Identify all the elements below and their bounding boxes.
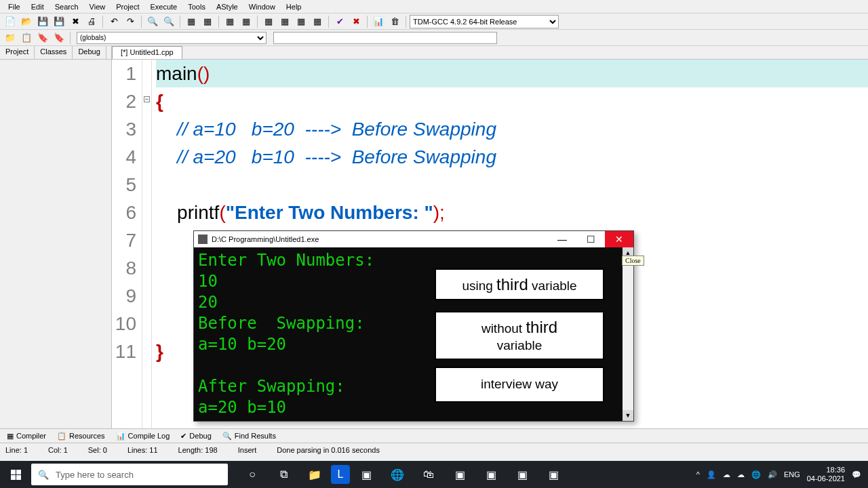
- maximize-button[interactable]: ☐: [576, 231, 605, 247]
- close-button[interactable]: ✕: [605, 231, 633, 247]
- delete-profile-icon[interactable]: 🗑: [387, 15, 402, 28]
- gutter: 1 2 3 4 5 6 7 8 9 10 11: [112, 60, 142, 428]
- tab-find-results[interactable]: 🔍 Find Results: [218, 432, 280, 441]
- volume-icon[interactable]: 🔊: [768, 470, 777, 479]
- debug-icon[interactable]: ▦: [239, 15, 254, 28]
- separator: [180, 16, 180, 28]
- run-icon[interactable]: ▦: [200, 15, 215, 28]
- compile-run-icon[interactable]: ▦: [261, 15, 276, 28]
- open-file-icon[interactable]: 📂: [19, 15, 34, 28]
- tab-resources[interactable]: 📋 Resources: [53, 432, 109, 441]
- notifications-icon[interactable]: 💬: [852, 470, 861, 479]
- annotation-box: interview way: [435, 367, 604, 403]
- console-titlebar[interactable]: D:\C Programming\Untitled1.exe — ☐ ✕: [194, 231, 633, 247]
- tray-chevron-icon[interactable]: ^: [696, 470, 700, 479]
- separator: [102, 16, 103, 28]
- code-text: (): [197, 63, 210, 84]
- tab-debug[interactable]: Debug: [73, 46, 106, 59]
- console-taskbar-icon[interactable]: ▣: [538, 461, 568, 488]
- compile-icon[interactable]: ▦: [184, 15, 199, 28]
- edge-icon[interactable]: 🌐: [382, 461, 412, 488]
- undo-icon[interactable]: ↶: [106, 15, 121, 28]
- devcpp-icon[interactable]: ▣: [445, 461, 475, 488]
- goto-icon[interactable]: 🔖: [52, 31, 66, 45]
- print-icon[interactable]: 🖨: [84, 15, 99, 28]
- tab-project[interactable]: Project: [0, 46, 35, 59]
- explorer-icon[interactable]: 📁: [300, 461, 330, 488]
- status-lines: Lines: 11: [127, 446, 158, 454]
- file-tab[interactable]: [*] Untitled1.cpp: [112, 46, 182, 59]
- people-icon[interactable]: 👤: [707, 470, 716, 479]
- menu-file[interactable]: File: [3, 1, 26, 12]
- minimize-button[interactable]: —: [548, 231, 576, 247]
- menu-project[interactable]: Project: [111, 1, 144, 12]
- save-all-icon[interactable]: 💾: [52, 15, 66, 28]
- terminal-icon[interactable]: ▣: [351, 461, 381, 488]
- tool-icon[interactable]: ▦: [310, 15, 325, 28]
- find-icon[interactable]: 🔍: [145, 15, 160, 28]
- insert-icon[interactable]: 📋: [19, 31, 34, 45]
- status-col: Col: 1: [48, 446, 68, 454]
- code-text: printf: [156, 202, 219, 223]
- fold-marker-icon[interactable]: −: [144, 96, 150, 102]
- globals-select[interactable]: (globals): [77, 32, 267, 44]
- rebuild-icon[interactable]: ▦: [222, 15, 237, 28]
- new-file-icon[interactable]: 📄: [3, 15, 18, 28]
- tab-compiler[interactable]: ▦ Compiler: [3, 432, 50, 441]
- menu-window[interactable]: Window: [243, 1, 281, 12]
- start-button[interactable]: [0, 461, 31, 488]
- tool-icon[interactable]: ▦: [294, 15, 309, 28]
- onedrive-icon[interactable]: ☁: [723, 470, 730, 479]
- tab-classes[interactable]: Classes: [35, 46, 73, 59]
- app-icon[interactable]: ▣: [476, 461, 506, 488]
- menu-help[interactable]: Help: [281, 1, 307, 12]
- scrollbar[interactable]: ▲ ▼: [623, 247, 633, 421]
- status-insert: Insert: [238, 446, 257, 454]
- app-icon[interactable]: L: [331, 465, 350, 484]
- tray-icon[interactable]: ☁: [737, 470, 745, 479]
- check-icon[interactable]: ✔: [332, 15, 347, 28]
- bookmark-icon[interactable]: 🔖: [35, 31, 50, 45]
- separator: [70, 32, 71, 44]
- menu-view[interactable]: View: [84, 1, 111, 12]
- windows-taskbar: 🔍 Type here to search ○ ⧉ 📁 L ▣ 🌐 🛍 ▣ ▣ …: [0, 461, 868, 488]
- symbol-search-input[interactable]: [273, 32, 497, 44]
- line-number: 2: [112, 87, 136, 115]
- save-icon[interactable]: 💾: [35, 15, 50, 28]
- compiler-select[interactable]: TDM-GCC 4.9.2 64-bit Release: [410, 15, 559, 28]
- tab-debug-bottom[interactable]: ✔ Debug: [176, 432, 215, 441]
- scroll-down-icon[interactable]: ▼: [623, 410, 633, 421]
- new-project-icon[interactable]: 📁: [3, 31, 18, 45]
- store-icon[interactable]: 🛍: [414, 461, 443, 488]
- replace-icon[interactable]: 🔍: [161, 15, 176, 28]
- menu-search[interactable]: Search: [50, 1, 84, 12]
- separator: [218, 16, 219, 28]
- language-indicator[interactable]: ENG: [784, 470, 800, 479]
- network-icon[interactable]: 🌐: [751, 470, 761, 479]
- tab-compile-log[interactable]: 📊 Compile Log: [112, 432, 174, 441]
- profile-chart-icon[interactable]: 📊: [371, 15, 386, 28]
- app-icon[interactable]: ▣: [507, 461, 537, 488]
- cortana-icon[interactable]: ○: [237, 461, 267, 488]
- line-number: 1: [112, 60, 136, 87]
- toolbar-secondary: 📁 📋 🔖 🔖 (globals): [0, 30, 868, 46]
- sidebar-tabs: Project Classes Debug: [0, 46, 111, 60]
- code-text: }: [156, 341, 163, 362]
- close-file-icon[interactable]: ✖: [68, 15, 83, 28]
- menu-astyle[interactable]: AStyle: [211, 1, 243, 12]
- separator: [257, 16, 258, 28]
- task-view-icon[interactable]: ⧉: [269, 461, 298, 488]
- taskbar-clock[interactable]: 18:36 04-06-2021: [807, 466, 845, 483]
- profile-icon[interactable]: ▦: [277, 15, 292, 28]
- stop-icon[interactable]: ✖: [349, 15, 363, 28]
- redo-icon[interactable]: ↷: [123, 15, 138, 28]
- menu-tools[interactable]: Tools: [182, 1, 211, 12]
- code-text: (: [219, 202, 225, 223]
- menu-edit[interactable]: Edit: [26, 1, 50, 12]
- separator: [367, 16, 368, 28]
- menu-execute[interactable]: Execute: [144, 1, 182, 12]
- code-comment: // a=10 b=20 ----> Before Swapping: [156, 119, 496, 140]
- code-text: main: [156, 63, 197, 84]
- search-icon: 🔍: [38, 470, 49, 480]
- taskbar-search[interactable]: 🔍 Type here to search: [31, 464, 228, 485]
